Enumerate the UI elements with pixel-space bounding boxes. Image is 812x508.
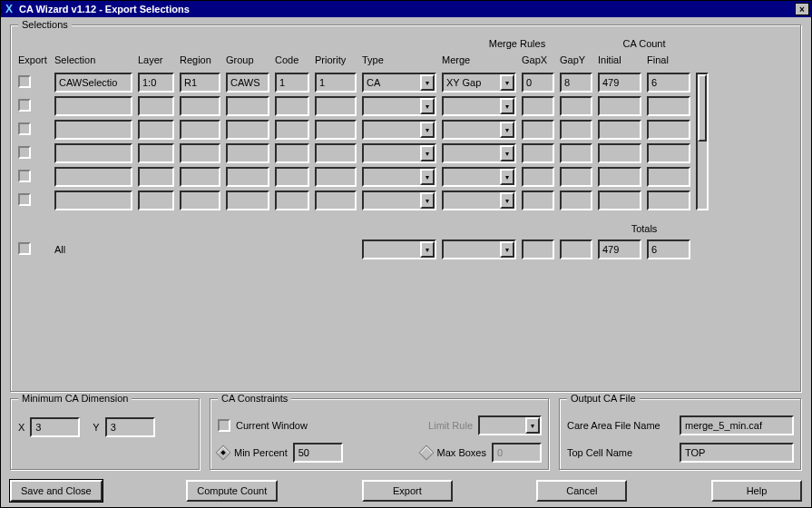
export-check-3[interactable]: [18, 146, 49, 161]
cancel-button[interactable]: Cancel: [536, 480, 627, 502]
layer-1[interactable]: [138, 96, 174, 116]
region-3[interactable]: [180, 143, 220, 163]
type-5[interactable]: ▾: [362, 190, 436, 210]
type-0[interactable]: CA▾: [362, 73, 436, 93]
group-2[interactable]: [226, 120, 269, 140]
export-check-all[interactable]: [18, 242, 49, 257]
region-4[interactable]: [180, 167, 220, 187]
chevron-down-icon[interactable]: ▾: [500, 98, 514, 114]
selection-5[interactable]: [54, 190, 132, 210]
priority-3[interactable]: [315, 143, 357, 163]
region-1[interactable]: [180, 96, 220, 116]
export-check-5[interactable]: [18, 193, 49, 208]
chevron-down-icon[interactable]: ▾: [420, 98, 435, 114]
export-check-2[interactable]: [18, 122, 49, 137]
region-2[interactable]: [180, 120, 220, 140]
chevron-down-icon[interactable]: ▾: [420, 74, 435, 91]
code-0[interactable]: 1: [275, 73, 309, 93]
merge-1[interactable]: ▾: [442, 96, 516, 116]
merge-4[interactable]: ▾: [442, 167, 516, 187]
group-4[interactable]: [226, 167, 269, 187]
gapx-3[interactable]: [522, 143, 554, 163]
priority-4[interactable]: [315, 167, 357, 187]
chevron-down-icon[interactable]: ▾: [500, 192, 514, 209]
max-boxes-input[interactable]: 0: [492, 443, 542, 463]
chevron-down-icon[interactable]: ▾: [500, 145, 514, 161]
export-check-1[interactable]: [18, 99, 49, 113]
export-button[interactable]: Export: [362, 480, 453, 502]
gapx-4[interactable]: [522, 167, 554, 187]
selection-1[interactable]: [54, 96, 132, 116]
gapx-1[interactable]: [522, 96, 554, 116]
type-3[interactable]: ▾: [362, 143, 436, 163]
compute-button[interactable]: Compute Count: [186, 480, 278, 502]
care-file-input[interactable]: merge_5_min.caf: [680, 415, 794, 435]
selections-scrollbar[interactable]: [696, 73, 709, 210]
min-ca-x[interactable]: 3: [30, 417, 80, 437]
selection-0[interactable]: CAWSelectio: [54, 73, 132, 93]
chevron-down-icon[interactable]: ▾: [500, 169, 514, 185]
layer-5[interactable]: [138, 190, 174, 210]
gapy-2[interactable]: [560, 120, 592, 140]
layer-2[interactable]: [138, 120, 174, 140]
region-5[interactable]: [180, 190, 220, 210]
chevron-down-icon[interactable]: ▾: [420, 122, 435, 138]
code-5[interactable]: [275, 190, 309, 210]
layer-0[interactable]: 1:0: [138, 73, 174, 93]
gapx-2[interactable]: [522, 120, 554, 140]
type-4[interactable]: ▾: [362, 167, 436, 187]
gapx-5[interactable]: [522, 190, 554, 210]
group-5[interactable]: [226, 190, 269, 210]
selection-4[interactable]: [54, 167, 132, 187]
export-check-4[interactable]: [18, 170, 49, 184]
gapy-4[interactable]: [560, 167, 592, 187]
selection-3[interactable]: [54, 143, 132, 163]
priority-1[interactable]: [315, 96, 357, 116]
chevron-down-icon[interactable]: ▾: [500, 241, 514, 258]
merge-0[interactable]: XY Gap▾: [442, 73, 516, 93]
min-percent-radio[interactable]: [216, 445, 231, 461]
chevron-down-icon[interactable]: ▾: [420, 145, 435, 161]
region-0[interactable]: R1: [180, 73, 220, 93]
chevron-down-icon[interactable]: ▾: [500, 122, 514, 138]
type-1[interactable]: ▾: [362, 96, 436, 116]
merge-5[interactable]: ▾: [442, 190, 516, 210]
chevron-down-icon[interactable]: ▾: [420, 192, 435, 209]
min-ca-y[interactable]: 3: [105, 417, 155, 437]
help-button[interactable]: Help: [711, 480, 802, 502]
current-window-check[interactable]: [218, 419, 230, 432]
group-0[interactable]: CAWS: [226, 73, 269, 93]
chevron-down-icon[interactable]: ▾: [420, 169, 435, 185]
group-3[interactable]: [226, 143, 269, 163]
gapy-all[interactable]: [560, 239, 592, 259]
merge-all[interactable]: ▾: [442, 239, 516, 259]
chevron-down-icon[interactable]: ▾: [500, 74, 514, 91]
code-2[interactable]: [275, 120, 309, 140]
gapx-0[interactable]: 0: [522, 73, 554, 93]
gapy-1[interactable]: [560, 96, 592, 116]
layer-3[interactable]: [138, 143, 174, 163]
code-4[interactable]: [275, 167, 309, 187]
export-check-0[interactable]: [18, 75, 49, 90]
type-all[interactable]: ▾: [362, 239, 436, 259]
priority-5[interactable]: [315, 190, 357, 210]
top-cell-input[interactable]: TOP: [680, 443, 794, 463]
type-2[interactable]: ▾: [362, 120, 436, 140]
gapy-3[interactable]: [560, 143, 592, 163]
code-3[interactable]: [275, 143, 309, 163]
layer-4[interactable]: [138, 167, 174, 187]
merge-2[interactable]: ▾: [442, 120, 516, 140]
save-button[interactable]: Save and Close: [10, 480, 103, 502]
chevron-down-icon[interactable]: ▾: [420, 241, 435, 258]
limit-rule-select[interactable]: ▾: [478, 415, 542, 435]
gapy-5[interactable]: [560, 190, 592, 210]
min-percent-input[interactable]: 50: [293, 443, 343, 463]
close-icon[interactable]: ×: [795, 3, 809, 15]
selection-2[interactable]: [54, 120, 132, 140]
max-boxes-radio[interactable]: [418, 445, 434, 461]
gapx-all[interactable]: [522, 239, 554, 259]
group-1[interactable]: [226, 96, 269, 116]
chevron-down-icon[interactable]: ▾: [525, 417, 540, 434]
scrollbar-thumb[interactable]: [698, 74, 707, 142]
gapy-0[interactable]: 8: [560, 73, 592, 93]
